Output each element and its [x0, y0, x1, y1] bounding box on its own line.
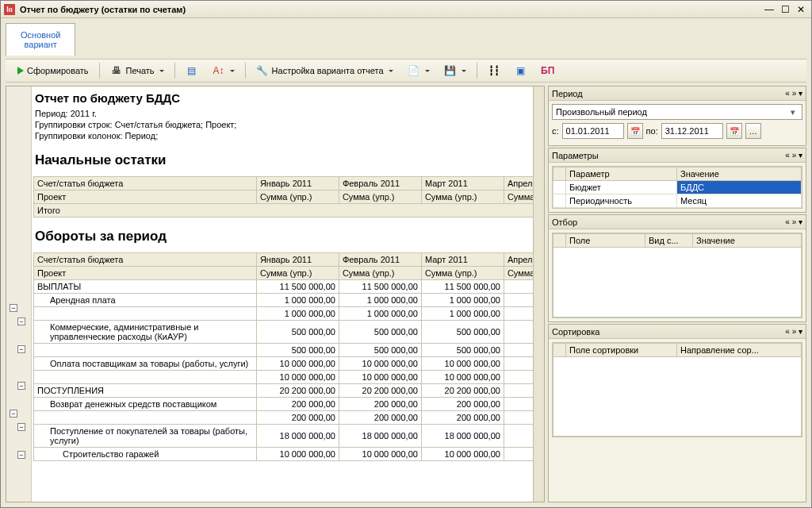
calendar-icon[interactable]: 📅 [627, 123, 643, 139]
collapse-toggle[interactable]: − [10, 410, 17, 418]
panel-period: Период « » ▾ Произвольный период ▾ с: 📅 [548, 86, 806, 146]
collapse-toggle[interactable]: − [10, 304, 17, 312]
cell-value: 10 000 000,00 [339, 448, 421, 461]
param-row[interactable]: БюджетБДДС [553, 181, 802, 194]
play-icon [17, 67, 24, 75]
cell-value: 10 000 000,00 [256, 448, 339, 461]
col-value: Значение [693, 234, 802, 248]
cell-value: 1 000 000,00 [421, 307, 504, 321]
maximize-button[interactable]: ☐ [778, 3, 792, 16]
table-row[interactable]: Коммерческие, административные и управле… [34, 321, 534, 344]
cell-value: 1 000 000,00 [339, 294, 421, 307]
hdr-month: Апрель 2 [504, 177, 533, 190]
row-label: Арендная плата [34, 294, 257, 307]
table-row[interactable]: Поступление от покупателей за товары (ра… [34, 425, 534, 448]
report-scroll[interactable]: Отчет по бюджету БДДС Период: 2011 г. Гр… [32, 87, 533, 502]
report-group-rows: Группировки строк: Счет/статья бюджета; … [33, 119, 533, 130]
tb-icon-5[interactable]: ▣ [509, 62, 533, 79]
param-name: Бюджет [566, 181, 677, 194]
tb-icon-4[interactable]: ┇┇ [482, 62, 506, 79]
table-row[interactable]: ПОСТУПЛЕНИЯ20 200 000,0020 200 000,0020 … [34, 384, 534, 398]
turnover-table: Счет/статья бюджета Январь 2011 Февраль … [33, 252, 533, 461]
param-row[interactable]: ПериодичностьМесяц [553, 194, 802, 208]
row-label: Строительство гаражей [34, 448, 257, 461]
cell-value: 18 000 000,00 [339, 425, 421, 448]
date-to[interactable] [661, 123, 723, 139]
cell-value: 20 2 [504, 384, 533, 398]
disk-icon: 💾 [444, 64, 457, 77]
table-row[interactable]: 1 000 000,001 000 000,001 000 000,001 0 [34, 307, 534, 321]
hdr-month: Февраль 2011 [339, 253, 421, 267]
hdr-account: Счет/статья бюджета [34, 177, 257, 190]
hdr-project: Проект [34, 190, 257, 204]
row-label: Поступление от покупателей за товары (ра… [34, 425, 257, 448]
tb-icon-6[interactable]: БП [536, 62, 560, 79]
form-button[interactable]: Сформировать [12, 62, 94, 79]
minimize-button[interactable]: — [762, 3, 776, 16]
cell-value: 200 000,00 [339, 398, 421, 411]
window-title: Отчет по бюджету (остатки по счетам) [20, 5, 762, 14]
cell-value: 18 000 000,00 [256, 425, 339, 448]
table-row[interactable]: 500 000,00500 000,00500 000,005 [34, 344, 534, 357]
hdr-sum: Сумма (упр.) [256, 190, 339, 204]
save-button[interactable]: 💾 [439, 62, 472, 79]
panel-params: Параметры « » ▾ Параметр Значение Бюджет… [548, 148, 806, 213]
col-sort-field: Поле сортировки [566, 344, 677, 357]
cell-value: 1 000 000,00 [256, 294, 339, 307]
period-select[interactable]: Произвольный период ▾ [552, 104, 802, 120]
collapse-toggle[interactable]: − [17, 345, 25, 353]
panel-tools[interactable]: « » ▾ [785, 327, 802, 336]
cell-value: 200 000,00 [421, 398, 504, 411]
collapse-toggle[interactable]: − [17, 423, 25, 431]
cell-value: 1 000 000,00 [421, 294, 504, 307]
collapse-toggle[interactable]: − [17, 318, 25, 325]
row-label [34, 344, 257, 357]
cell-value: 500 000,00 [339, 321, 421, 344]
print-button[interactable]: 🖶 Печать [105, 62, 170, 79]
row-label: Возврат денежных средств поставщиком [34, 398, 257, 411]
tb-icon-3[interactable]: 📄 [402, 62, 435, 79]
table-row[interactable]: ВЫПЛАТЫ11 500 000,0011 500 000,0011 500 … [34, 280, 534, 294]
filter-table[interactable]: Поле Вид с... Значение [553, 233, 802, 248]
panel-tools[interactable]: « » ▾ [785, 89, 802, 98]
params-table[interactable]: Параметр Значение БюджетБДДСПериодичност… [553, 167, 802, 208]
panel-title: Параметры [552, 151, 785, 160]
row-label [34, 307, 257, 321]
collapse-toggle[interactable]: − [17, 451, 25, 459]
print-label: Печать [126, 66, 155, 75]
tab-main-variant[interactable]: Основной вариант [6, 23, 75, 56]
tb-icon-2[interactable]: A↕ [207, 62, 240, 79]
report-group-cols: Группировки колонок: Период; [33, 130, 533, 141]
col-compare: Вид с... [645, 234, 693, 248]
table-row[interactable]: 200 000,00200 000,00200 000,002 [34, 411, 534, 425]
table-row[interactable]: Возврат денежных средств поставщиком200 … [34, 398, 534, 411]
param-value: БДДС [677, 181, 802, 194]
from-label: с: [552, 126, 559, 136]
hdr-account: Счет/статья бюджета [34, 253, 257, 267]
col-param: Параметр [566, 167, 677, 181]
date-from[interactable] [562, 123, 624, 139]
table-row[interactable]: Арендная плата1 000 000,001 000 000,001 … [34, 294, 534, 307]
ellipsis-button[interactable]: … [745, 123, 761, 139]
cell-value: 20 200 000,00 [421, 384, 504, 398]
table-row[interactable]: Оплата поставщикам за товары (работы, ус… [34, 357, 534, 371]
sort-table[interactable]: Поле сортировки Направление сор... [553, 343, 802, 357]
printer-icon: 🖶 [110, 64, 123, 77]
collapse-toggle[interactable]: − [17, 382, 25, 390]
settings-button[interactable]: 🔧 Настройка варианта отчета [251, 62, 399, 79]
tb-icon-1[interactable]: ▤ [180, 62, 204, 79]
param-name: Периодичность [566, 194, 677, 208]
col-value: Значение [677, 167, 802, 181]
panel-tools[interactable]: « » ▾ [785, 217, 802, 226]
calendar-icon[interactable]: 📅 [726, 123, 742, 139]
panel-tools[interactable]: « » ▾ [785, 151, 802, 160]
table-row[interactable]: 10 000 000,0010 000 000,0010 000 000,001… [34, 371, 534, 384]
table-row[interactable]: Строительство гаражей10 000 000,0010 000… [34, 448, 534, 461]
cell-value: 10 000 000,00 [421, 357, 504, 371]
wrench-icon: 🔧 [256, 64, 269, 77]
cell-value: 10 000 000,00 [256, 357, 339, 371]
close-button[interactable]: ✕ [794, 3, 808, 16]
param-value: Месяц [677, 194, 802, 208]
scrollbar[interactable] [533, 87, 544, 502]
cell-value: 5 [504, 344, 533, 357]
